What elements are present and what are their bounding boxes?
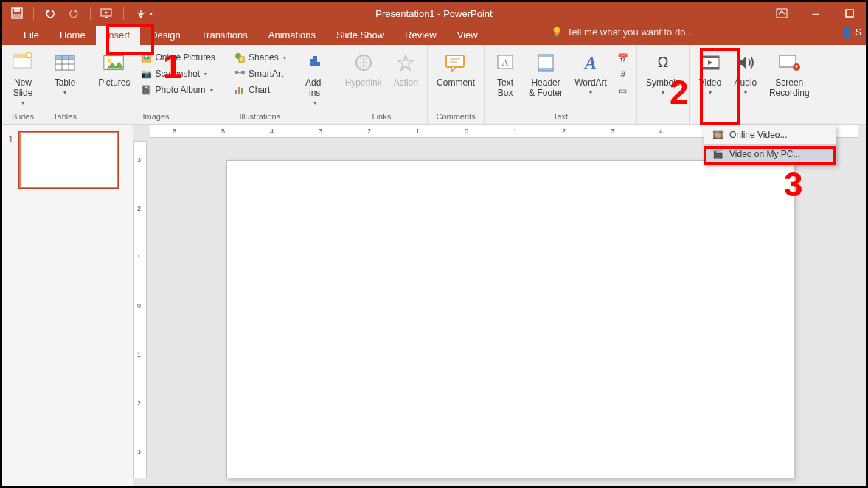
video-file-icon: 🎬 xyxy=(712,148,723,160)
svg-rect-20 xyxy=(235,71,238,74)
action-icon xyxy=(394,51,417,74)
video-button[interactable]: Video ▾ xyxy=(694,48,726,100)
object-button[interactable]: ▭ xyxy=(614,83,632,99)
photo-album-button[interactable]: 📓Photo Album xyxy=(137,82,218,98)
screen-recording-button[interactable]: Screen Recording xyxy=(765,48,814,100)
vertical-ruler[interactable]: 3210123 xyxy=(133,141,147,478)
ruler-tick: 1 xyxy=(416,128,420,135)
new-slide-label: New Slide xyxy=(13,77,33,98)
svg-text:Ω: Ω xyxy=(657,54,668,70)
wordart-button[interactable]: A WordArt ▾ xyxy=(570,48,611,100)
svg-rect-26 xyxy=(446,55,464,67)
redo-icon[interactable] xyxy=(66,6,81,21)
workspace: 1 6543210123456 3210123 xyxy=(2,125,866,486)
slide-canvas[interactable] xyxy=(226,160,794,478)
svg-rect-32 xyxy=(538,55,553,57)
group-symbols: Ω Symbols ▾ xyxy=(637,45,690,124)
slide-thumbnail-preview[interactable] xyxy=(19,132,118,188)
video-on-my-pc-menu-item[interactable]: 🎬 Video on My PC... xyxy=(704,144,836,164)
audio-button[interactable]: Audio ▾ xyxy=(729,48,762,100)
maximize-button[interactable] xyxy=(839,6,860,21)
symbols-label: Symbols xyxy=(646,77,680,88)
comment-icon xyxy=(444,51,468,74)
ruler-tick: 3 xyxy=(137,448,141,456)
ruler-tick: 1 xyxy=(137,254,141,261)
touch-mouse-mode-icon[interactable]: ▾ xyxy=(133,6,155,21)
ruler-tick: 2 xyxy=(367,128,371,135)
sign-in[interactable]: 👤 S xyxy=(841,27,861,38)
online-video-icon: 🎞️ xyxy=(712,129,723,141)
chart-button[interactable]: Chart xyxy=(231,82,289,98)
symbols-button[interactable]: Ω Symbols ▾ xyxy=(642,48,684,100)
ruler-tick: 1 xyxy=(513,128,517,135)
screenshot-button[interactable]: 📷Screenshot xyxy=(137,66,218,82)
start-from-beginning-icon[interactable] xyxy=(100,6,114,21)
pictures-button[interactable]: Pictures xyxy=(94,48,134,89)
online-pictures-icon: 🖼️ xyxy=(140,52,152,63)
slide-edit-area: 6543210123456 3210123 xyxy=(133,125,866,486)
video-dropdown-menu: 🎞️ Online Video... 🎬 Video on My PC... xyxy=(704,125,836,164)
header-footer-button[interactable]: Header & Footer xyxy=(524,48,567,100)
svg-rect-4 xyxy=(105,17,108,18)
ruler-tick: 3 xyxy=(137,156,141,164)
window-title: Presentation1 - PowerPoint xyxy=(375,8,492,19)
table-button[interactable]: Table ▾ xyxy=(49,48,81,100)
tab-view[interactable]: View xyxy=(447,26,488,45)
text-box-label: Text Box xyxy=(497,77,513,98)
tab-home[interactable]: Home xyxy=(49,26,96,45)
lightbulb-icon: 💡 xyxy=(551,27,563,38)
ribbon: New Slide ▾ Slides Table ▾ Tables Pictur… xyxy=(2,45,866,125)
slide-thumbnail-panel[interactable]: 1 xyxy=(2,125,133,486)
online-pictures-button[interactable]: 🖼️Online Pictures xyxy=(137,49,218,66)
tab-transitions[interactable]: Transitions xyxy=(191,26,258,45)
group-tables: Table ▾ Tables xyxy=(44,45,86,124)
slide-thumbnail-1[interactable]: 1 xyxy=(8,132,127,188)
comment-button[interactable]: Comment xyxy=(432,48,479,89)
svg-rect-42 xyxy=(796,65,797,68)
minimize-button[interactable]: ─ xyxy=(805,6,826,21)
tab-slideshow[interactable]: Slide Show xyxy=(326,26,395,45)
group-links: Hyperlink Action Links xyxy=(336,45,428,124)
header-footer-icon xyxy=(534,51,558,74)
tab-animations[interactable]: Animations xyxy=(258,26,326,45)
tab-review[interactable]: Review xyxy=(395,26,447,45)
group-comments: Comment Comments xyxy=(428,45,485,124)
shapes-button[interactable]: Shapes xyxy=(231,49,289,66)
video-label: Video xyxy=(699,77,721,88)
tab-design[interactable]: Design xyxy=(140,26,190,45)
text-box-icon: A xyxy=(493,51,517,74)
user-icon: 👤 xyxy=(841,27,853,38)
online-pictures-label: Online Pictures xyxy=(155,52,215,63)
screenshot-icon: 📷 xyxy=(140,68,152,80)
tab-file[interactable]: File xyxy=(13,26,49,45)
photo-album-label: Photo Album xyxy=(155,85,205,95)
tell-me-search[interactable]: 💡 Tell me what you want to do... xyxy=(551,27,693,38)
ruler-tick: 2 xyxy=(137,205,141,212)
header-footer-label: Header & Footer xyxy=(529,77,563,98)
undo-icon[interactable] xyxy=(43,6,58,21)
tab-insert[interactable]: Insert xyxy=(96,26,141,45)
ruler-tick: 2 xyxy=(562,128,566,135)
group-addins: Add- ins ▾ xyxy=(294,45,336,124)
addins-label: Add- ins xyxy=(305,77,324,98)
online-video-menu-item[interactable]: 🎞️ Online Video... xyxy=(704,125,836,144)
slide-number-button[interactable]: # xyxy=(614,66,632,83)
group-text-label: Text xyxy=(553,112,568,122)
group-media: Video ▾ Audio ▾ Screen Recording xyxy=(690,45,819,124)
audio-icon xyxy=(734,51,757,74)
new-slide-button[interactable]: New Slide ▾ xyxy=(7,48,39,110)
screenshot-label: Screenshot xyxy=(155,69,200,79)
hyperlink-button: Hyperlink xyxy=(341,48,386,89)
wordart-label: WordArt xyxy=(574,77,607,88)
save-icon[interactable] xyxy=(10,6,24,21)
slide-number-icon: # xyxy=(617,69,629,80)
smartart-button[interactable]: SmartArt xyxy=(231,66,289,82)
date-time-button[interactable]: 📅 xyxy=(614,50,632,66)
svg-rect-37 xyxy=(701,56,719,58)
ribbon-display-options-icon[interactable] xyxy=(771,6,792,21)
ribbon-tabs: File Home Insert Design Transitions Anim… xyxy=(2,24,866,45)
text-box-button[interactable]: A Text Box xyxy=(489,48,521,100)
addins-button[interactable]: Add- ins ▾ xyxy=(299,48,331,110)
ruler-tick: 6 xyxy=(173,128,176,135)
photo-album-icon: 📓 xyxy=(140,84,152,96)
